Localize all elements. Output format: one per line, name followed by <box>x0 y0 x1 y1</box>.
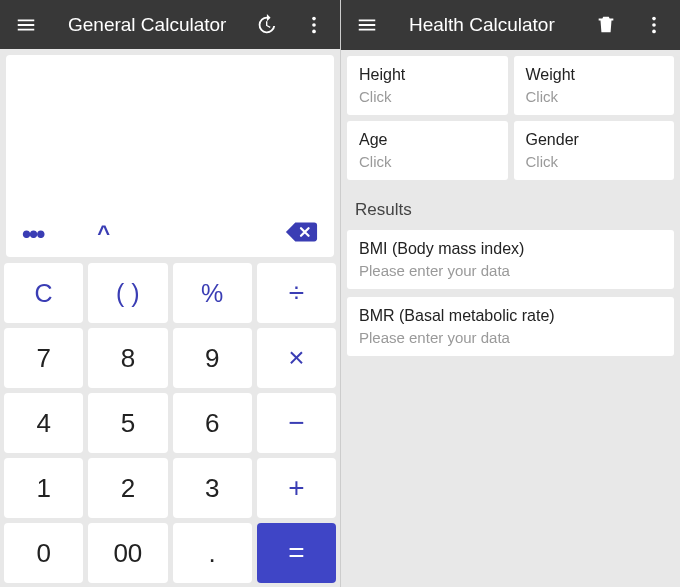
svg-point-2 <box>312 29 316 33</box>
svg-point-0 <box>312 16 316 20</box>
key-minus[interactable]: − <box>257 393 336 453</box>
calc-display-controls: ••• ^ <box>6 213 334 257</box>
key-multiply[interactable]: × <box>257 328 336 388</box>
key-seven[interactable]: 7 <box>4 328 83 388</box>
svg-point-5 <box>652 30 656 34</box>
input-label: Gender <box>526 131 663 149</box>
key-four[interactable]: 4 <box>4 393 83 453</box>
menu-icon[interactable] <box>6 5 46 45</box>
backspace-icon[interactable] <box>284 219 318 249</box>
key-dbl-zero[interactable]: 00 <box>88 523 167 583</box>
result-value: Please enter your data <box>359 262 662 279</box>
health-appbar: Health Calculator <box>341 0 680 50</box>
general-title: General Calculator <box>68 14 238 36</box>
input-gender[interactable]: GenderClick <box>514 121 675 180</box>
result-bmi: BMI (Body mass index)Please enter your d… <box>347 230 674 289</box>
key-dot[interactable]: . <box>173 523 252 583</box>
general-calculator-panel: General Calculator ••• ^ C( )%÷789×4 <box>0 0 340 587</box>
more-vert-icon[interactable] <box>634 5 674 45</box>
svg-point-1 <box>312 23 316 27</box>
key-parens[interactable]: ( ) <box>88 263 167 323</box>
result-value: Please enter your data <box>359 329 662 346</box>
key-nine[interactable]: 9 <box>173 328 252 388</box>
input-value: Click <box>526 88 663 105</box>
general-appbar: General Calculator <box>0 0 340 49</box>
svg-point-4 <box>652 23 656 27</box>
input-value: Click <box>359 88 496 105</box>
input-weight[interactable]: WeightClick <box>514 56 675 115</box>
key-plus[interactable]: + <box>257 458 336 518</box>
input-height[interactable]: HeightClick <box>347 56 508 115</box>
key-one[interactable]: 1 <box>4 458 83 518</box>
key-three[interactable]: 3 <box>173 458 252 518</box>
more-vert-icon[interactable] <box>294 5 334 45</box>
health-title: Health Calculator <box>409 14 578 36</box>
delete-icon[interactable] <box>586 5 626 45</box>
input-value: Click <box>359 153 496 170</box>
input-label: Height <box>359 66 496 84</box>
keypad: C( )%÷789×456−123+000.= <box>0 263 340 587</box>
menu-icon[interactable] <box>347 5 387 45</box>
result-label: BMI (Body mass index) <box>359 240 662 258</box>
key-eight[interactable]: 8 <box>88 328 167 388</box>
input-age[interactable]: AgeClick <box>347 121 508 180</box>
more-ops-button[interactable]: ••• <box>22 221 43 247</box>
key-clear[interactable]: C <box>4 263 83 323</box>
health-calculator-panel: Health Calculator HeightClickWeightClick… <box>340 0 680 587</box>
key-two[interactable]: 2 <box>88 458 167 518</box>
key-five[interactable]: 5 <box>88 393 167 453</box>
input-value: Click <box>526 153 663 170</box>
key-zero[interactable]: 0 <box>4 523 83 583</box>
result-bmr: BMR (Basal metabolic rate)Please enter y… <box>347 297 674 356</box>
results-list: BMI (Body mass index)Please enter your d… <box>341 230 680 364</box>
input-label: Age <box>359 131 496 149</box>
input-label: Weight <box>526 66 663 84</box>
results-title: Results <box>341 186 680 230</box>
result-label: BMR (Basal metabolic rate) <box>359 307 662 325</box>
svg-point-3 <box>652 17 656 21</box>
input-grid: HeightClickWeightClickAgeClickGenderClic… <box>341 50 680 186</box>
key-six[interactable]: 6 <box>173 393 252 453</box>
key-percent[interactable]: % <box>173 263 252 323</box>
power-button[interactable]: ^ <box>97 221 110 247</box>
calc-display: ••• ^ <box>6 55 334 257</box>
health-body: HeightClickWeightClickAgeClickGenderClic… <box>341 50 680 587</box>
key-equals[interactable]: = <box>257 523 336 583</box>
key-divide[interactable]: ÷ <box>257 263 336 323</box>
history-icon[interactable] <box>246 5 286 45</box>
calc-display-value[interactable] <box>6 55 334 213</box>
